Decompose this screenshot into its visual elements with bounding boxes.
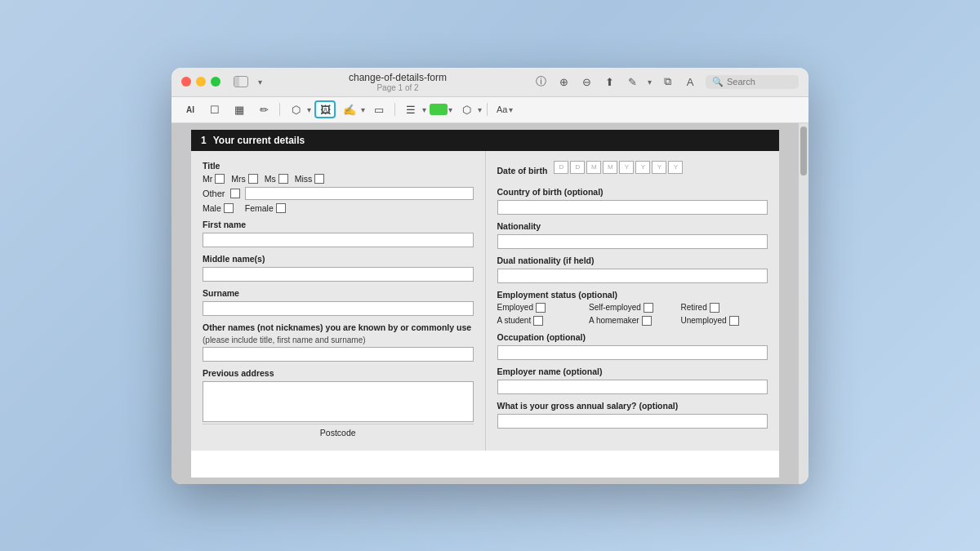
occupation-input[interactable] xyxy=(497,345,768,360)
filename-label: change-of-details-form xyxy=(349,72,447,83)
stamp-button[interactable]: ⬡ xyxy=(285,100,306,118)
search-icon: 🔍 xyxy=(712,77,724,87)
info-icon[interactable]: ⓘ xyxy=(533,74,548,89)
dob-d2[interactable]: D xyxy=(570,161,585,174)
salary-input[interactable] xyxy=(497,414,768,429)
employment-grid: Employed Self-employed Retired xyxy=(497,303,768,326)
dob-boxes: D D M M Y Y Y Y xyxy=(554,161,683,174)
student-label: A student xyxy=(497,316,532,325)
font-dropdown[interactable]: Aa ▾ xyxy=(492,103,517,116)
miss-label: Miss xyxy=(295,174,313,184)
surname-input[interactable] xyxy=(203,301,474,316)
title-ms: Ms xyxy=(265,174,288,184)
occupation-label: Occupation (optional) xyxy=(497,332,768,342)
document-view: 1 Your current details Title Mr xyxy=(172,123,799,484)
employer-input[interactable] xyxy=(497,380,768,394)
select-button[interactable]: ☐ xyxy=(204,100,225,118)
dob-y1[interactable]: Y xyxy=(619,161,634,174)
dob-m1[interactable]: M xyxy=(586,161,601,174)
rectangle-button[interactable]: ▭ xyxy=(368,100,390,118)
male-label: Male xyxy=(203,203,221,213)
dob-y4[interactable]: Y xyxy=(668,161,683,174)
country-input[interactable] xyxy=(497,200,768,215)
other-names-input[interactable] xyxy=(203,347,474,362)
align-button[interactable]: ☰ xyxy=(400,100,421,118)
dual-nationality-input[interactable] xyxy=(497,269,768,283)
unemployed-label: Unemployed xyxy=(681,316,727,325)
title-miss: Miss xyxy=(295,174,325,184)
retired-checkbox[interactable] xyxy=(710,303,719,313)
postcode-row: Postcode xyxy=(203,424,474,441)
nationality-input[interactable] xyxy=(497,234,768,249)
share-icon[interactable]: ⬆ xyxy=(602,74,617,89)
ms-checkbox[interactable] xyxy=(278,174,288,184)
other-text-input[interactable] xyxy=(245,187,474,200)
previous-address-input[interactable] xyxy=(203,381,474,422)
dob-y3[interactable]: Y xyxy=(652,161,666,174)
image-button[interactable]: 🖼 xyxy=(314,100,336,118)
redact-button[interactable]: ▦ xyxy=(229,100,250,118)
mr-label: Mr xyxy=(203,174,212,184)
signature-button[interactable]: ✍ xyxy=(339,100,360,118)
ms-label: Ms xyxy=(265,174,276,184)
close-button[interactable] xyxy=(181,77,191,87)
homemaker-checkbox[interactable] xyxy=(642,316,652,326)
fullscreen-button[interactable] xyxy=(211,77,220,87)
self-employed-checkbox[interactable] xyxy=(644,303,653,313)
employed-label: Employed xyxy=(497,303,533,312)
employed-checkbox[interactable] xyxy=(536,303,546,313)
zoom-out-icon[interactable]: ⊖ xyxy=(579,74,594,89)
miss-checkbox[interactable] xyxy=(314,174,324,184)
draw-button[interactable]: ✏ xyxy=(253,100,274,118)
edit-button[interactable]: ⬡ xyxy=(456,100,477,118)
scrollbar[interactable] xyxy=(799,123,808,484)
titlebar-icons: ⓘ ⊕ ⊖ ⬆ ✎ ▾ ⧉ A 🔍 xyxy=(533,74,799,89)
sidebar-toggle[interactable] xyxy=(234,76,248,87)
title-section: Title Mr Mrs xyxy=(203,161,474,213)
color-button[interactable] xyxy=(430,104,448,115)
dob-label: Date of birth xyxy=(497,166,548,176)
employer-label: Employer name (optional) xyxy=(497,367,768,376)
copy-icon[interactable]: ⧉ xyxy=(660,74,675,89)
other-checkbox[interactable] xyxy=(230,189,240,198)
male-option: Male xyxy=(203,203,234,213)
text-icon[interactable]: A xyxy=(683,74,697,89)
minimize-button[interactable] xyxy=(196,77,206,87)
surname-label: Surname xyxy=(203,288,474,298)
toolbar: AI ☐ ▦ ✏ ⬡ ▾ 🖼 ✍ ▾ ▭ ☰ ▾ ▾ ⬡ ▾ Aa ▾ xyxy=(172,97,808,123)
title-row: Mr Mrs Ms xyxy=(203,174,474,184)
middle-names-label: Middle name(s) xyxy=(203,254,474,264)
zoom-in-icon[interactable]: ⊕ xyxy=(556,74,571,89)
first-name-input[interactable] xyxy=(203,233,474,247)
middle-names-input[interactable] xyxy=(203,267,474,282)
pencil-icon[interactable]: ✎ xyxy=(625,74,639,89)
other-row: Other xyxy=(203,187,474,200)
search-input[interactable] xyxy=(727,77,792,87)
female-label: Female xyxy=(245,203,274,213)
female-checkbox[interactable] xyxy=(276,203,286,213)
nationality-label: Nationality xyxy=(497,221,768,231)
mrs-checkbox[interactable] xyxy=(248,174,258,184)
scrollbar-thumb[interactable] xyxy=(800,127,807,176)
form-body: Title Mr Mrs xyxy=(191,151,779,451)
form-right: Date of birth D D M M Y Y Y Y xyxy=(486,151,780,451)
male-checkbox[interactable] xyxy=(224,203,234,213)
form-left: Title Mr Mrs xyxy=(191,151,486,451)
retired-option: Retired xyxy=(681,303,768,313)
country-label: Country of birth (optional) xyxy=(497,187,768,197)
page-indicator: Page 1 of 2 xyxy=(376,83,418,92)
mr-checkbox[interactable] xyxy=(215,174,225,184)
employment-label: Employment status (optional) xyxy=(497,290,768,300)
unemployed-checkbox[interactable] xyxy=(729,316,739,326)
student-checkbox[interactable] xyxy=(533,316,543,326)
section-header: 1 Your current details xyxy=(191,130,779,151)
ai-button[interactable]: AI xyxy=(180,100,201,118)
dob-y2[interactable]: Y xyxy=(635,161,650,174)
dob-section: Date of birth D D M M Y Y Y Y xyxy=(497,161,768,180)
homemaker-label: A homemaker xyxy=(589,316,639,325)
other-label: Other xyxy=(203,189,225,198)
first-name-label: First name xyxy=(203,220,474,229)
dob-d1[interactable]: D xyxy=(554,161,568,174)
search-bar[interactable]: 🔍 xyxy=(706,75,799,89)
dob-m2[interactable]: M xyxy=(603,161,617,174)
